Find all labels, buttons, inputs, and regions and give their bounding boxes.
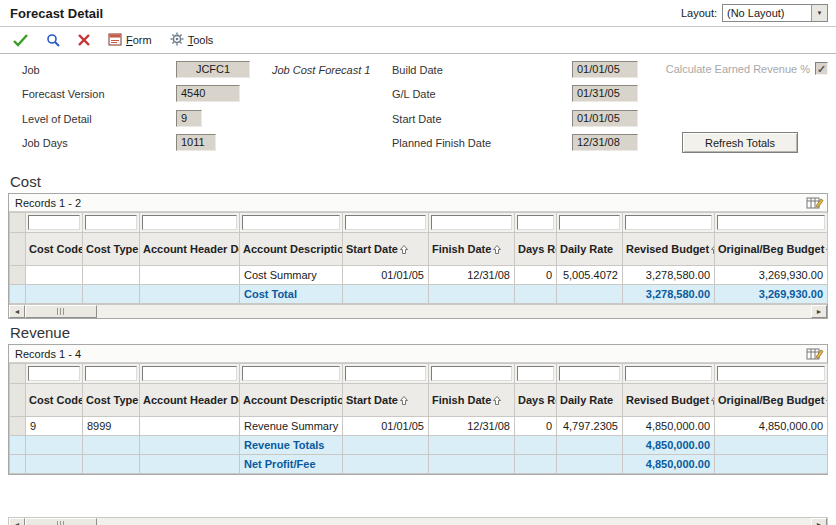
scrollbar-thumb[interactable]: [25, 305, 97, 318]
column-header-finish-date[interactable]: Finish Date: [429, 384, 515, 417]
grid-cell[interactable]: 3,269,930.00: [715, 266, 828, 285]
sort-icon[interactable]: [493, 395, 501, 407]
filter-input-cost-type[interactable]: [85, 215, 137, 230]
filter-input-finish-date[interactable]: [431, 366, 512, 381]
filter-input-revised-budget[interactable]: [625, 366, 712, 381]
filter-input-cost-type[interactable]: [85, 366, 137, 381]
filter-input-daily-rate[interactable]: [559, 215, 620, 230]
scroll-right-icon[interactable]: ►: [811, 305, 827, 318]
build-date-field[interactable]: 01/01/05: [572, 61, 638, 78]
close-button[interactable]: [75, 32, 93, 48]
forecast-detail-window: Forecast Detail Layout: (No Layout) ▼: [0, 0, 836, 475]
grid-cell[interactable]: 0: [515, 266, 557, 285]
calc-earned-revenue-checkbox[interactable]: ✓: [815, 62, 828, 75]
sort-icon[interactable]: [711, 244, 714, 256]
filter-input-original-beg-budget[interactable]: [717, 366, 825, 381]
filter-input-account-header-description[interactable]: [142, 366, 237, 381]
planned-finish-date-field[interactable]: 12/31/08: [572, 134, 638, 151]
job-days-field[interactable]: 1011: [176, 134, 216, 151]
filter-input-cost-code[interactable]: [28, 215, 80, 230]
sort-icon[interactable]: [400, 395, 408, 407]
column-header-cost-code[interactable]: Cost Code: [26, 384, 83, 417]
layout-dropdown[interactable]: (No Layout) ▼: [722, 4, 828, 22]
grid-cell[interactable]: 12/31/08: [429, 417, 515, 436]
tools-menu[interactable]: Tools: [167, 30, 217, 50]
cost-section: Cost Records 1 - 2 Cost CodeCost TypeAcc…: [0, 168, 836, 319]
sort-icon[interactable]: [826, 244, 827, 256]
forecast-version-field[interactable]: 4540: [176, 85, 240, 102]
grid-cell[interactable]: 01/01/05: [343, 266, 429, 285]
customize-grid-icon[interactable]: [806, 196, 824, 210]
scroll-left-icon[interactable]: ◄: [9, 305, 25, 318]
scrollbar-track[interactable]: [97, 305, 811, 318]
filter-input-account-description[interactable]: [242, 215, 340, 230]
checkbox-check-icon: ✓: [817, 64, 826, 74]
find-button[interactable]: [43, 31, 63, 49]
customize-grid-icon[interactable]: [806, 347, 824, 361]
grid-cell[interactable]: Revenue Summary: [240, 417, 343, 436]
grid-cell[interactable]: 9: [26, 417, 83, 436]
column-header-revised-budget[interactable]: Revised Budget: [623, 384, 715, 417]
layout-dropdown-value: (No Layout): [723, 5, 811, 21]
level-of-detail-field[interactable]: 9: [176, 110, 202, 127]
revenue-horizontal-scrollbar[interactable]: ◄ ►: [8, 517, 828, 525]
column-header-cost-code[interactable]: Cost Code: [26, 233, 83, 266]
grid-cell[interactable]: Cost Summary: [240, 266, 343, 285]
filter-input-finish-date[interactable]: [431, 215, 512, 230]
filter-input-days-rem[interactable]: [517, 366, 554, 381]
grid-cell[interactable]: [140, 266, 240, 285]
sort-icon[interactable]: [400, 244, 408, 256]
filter-input-revised-budget[interactable]: [625, 215, 712, 230]
grid-cell[interactable]: 4,850,000.00: [715, 417, 828, 436]
filter-input-account-description[interactable]: [242, 366, 340, 381]
filter-input-daily-rate[interactable]: [559, 366, 620, 381]
grid-cell[interactable]: 3,278,580.00: [623, 266, 715, 285]
grid-cell: Net Profit/Fee: [240, 455, 343, 474]
column-header-start-date[interactable]: Start Date: [343, 233, 429, 266]
form-menu[interactable]: Form: [105, 31, 155, 50]
grid-cell[interactable]: 4,797.2305: [557, 417, 623, 436]
scroll-right-icon[interactable]: ►: [811, 518, 827, 525]
grid-cell[interactable]: [140, 417, 240, 436]
filter-cell: [515, 213, 557, 233]
grid-cell[interactable]: 4,850,000.00: [623, 417, 715, 436]
filter-input-original-beg-budget[interactable]: [717, 215, 825, 230]
column-header-finish-date[interactable]: Finish Date: [429, 233, 515, 266]
sort-icon[interactable]: [826, 395, 827, 407]
refresh-totals-button[interactable]: Refresh Totals: [682, 132, 798, 153]
grid-cell[interactable]: [26, 266, 83, 285]
calc-earned-revenue-label: Calculate Earned Revenue %: [666, 63, 810, 75]
job-field[interactable]: JCFC1: [176, 61, 250, 78]
column-header-revised-budget[interactable]: Revised Budget: [623, 233, 715, 266]
row-selector[interactable]: [10, 417, 26, 436]
column-header-original-beg-budget[interactable]: Original/Beg Budget: [715, 233, 828, 266]
filter-input-start-date[interactable]: [345, 215, 426, 230]
grid-cell[interactable]: 01/01/05: [343, 417, 429, 436]
sort-icon[interactable]: [493, 244, 501, 256]
gl-date-field[interactable]: 01/31/05: [572, 85, 638, 102]
ok-button[interactable]: [10, 32, 31, 49]
grid-cell[interactable]: 5,005.4072: [557, 266, 623, 285]
chevron-down-icon[interactable]: ▼: [811, 5, 827, 21]
grid-cell[interactable]: 12/31/08: [429, 266, 515, 285]
filter-input-days-rem[interactable]: [517, 215, 554, 230]
column-header-label: Account Description: [243, 394, 343, 406]
row-selector: [10, 455, 26, 474]
start-date-field[interactable]: 01/01/05: [572, 110, 638, 127]
filter-input-account-header-description[interactable]: [142, 215, 237, 230]
form-menu-label: Form: [126, 34, 152, 46]
cost-horizontal-scrollbar[interactable]: ◄ ►: [9, 304, 827, 318]
filter-cell: [343, 213, 429, 233]
filter-input-start-date[interactable]: [345, 366, 426, 381]
grid-cell[interactable]: 8999: [83, 417, 140, 436]
row-selector[interactable]: [10, 266, 26, 285]
scrollbar-track[interactable]: [97, 518, 811, 525]
sort-icon[interactable]: [711, 395, 714, 407]
column-header-original-beg-budget[interactable]: Original/Beg Budget: [715, 384, 828, 417]
grid-cell[interactable]: 0: [515, 417, 557, 436]
column-header-start-date[interactable]: Start Date: [343, 384, 429, 417]
scroll-left-icon[interactable]: ◄: [9, 518, 25, 525]
scrollbar-thumb[interactable]: [25, 518, 97, 525]
filter-input-cost-code[interactable]: [28, 366, 80, 381]
grid-cell[interactable]: [83, 266, 140, 285]
